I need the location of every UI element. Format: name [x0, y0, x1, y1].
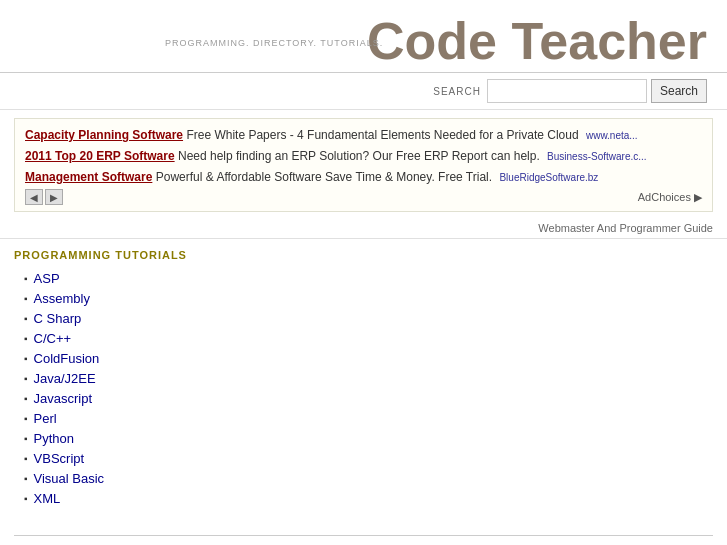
tutorial-link[interactable]: ColdFusion: [34, 351, 100, 366]
tutorial-link[interactable]: C Sharp: [34, 311, 82, 326]
header-subtitle: PROGRAMMING. DIRECTORY. TUTORIALS.: [165, 38, 383, 48]
ad-row-2: 2011 Top 20 ERP Software Need help findi…: [25, 148, 702, 165]
ad-desc-2: Need help finding an ERP Solution? Our F…: [178, 149, 540, 163]
ad-link-3[interactable]: Management Software: [25, 170, 152, 184]
tutorial-list-item: XML: [24, 491, 713, 506]
tutorial-link[interactable]: VBScript: [34, 451, 85, 466]
ad-nav-buttons: ◀ ▶: [25, 189, 63, 205]
ad-link-2[interactable]: 2011 Top 20 ERP Software: [25, 149, 175, 163]
search-bar: SEARCH Search: [0, 73, 727, 110]
search-label: SEARCH: [433, 86, 481, 97]
tutorial-list-item: Assembly: [24, 291, 713, 306]
tutorial-link[interactable]: Javascript: [34, 391, 93, 406]
tutorial-link[interactable]: Python: [34, 431, 74, 446]
tutorial-list-item: Visual Basic: [24, 471, 713, 486]
webmaster-line: Webmaster And Programmer Guide: [0, 220, 727, 239]
ad-prev-button[interactable]: ◀: [25, 189, 43, 205]
adchoices-label[interactable]: AdChoices ▶: [638, 191, 702, 204]
tutorial-list-item: Python: [24, 431, 713, 446]
search-input[interactable]: [487, 79, 647, 103]
search-button[interactable]: Search: [651, 79, 707, 103]
tutorial-list: ASPAssemblyC SharpC/C++ColdFusionJava/J2…: [14, 271, 713, 506]
tutorial-link[interactable]: C/C++: [34, 331, 72, 346]
tutorial-list-item: Javascript: [24, 391, 713, 406]
tutorials-section-label: PROGRAMMING TUTORIALS: [14, 249, 713, 261]
page-header: PROGRAMMING. DIRECTORY. TUTORIALS. Code …: [0, 0, 727, 73]
tutorial-list-item: ASP: [24, 271, 713, 286]
ad-source-2: Business-Software.c...: [547, 151, 646, 162]
tutorial-link[interactable]: Assembly: [34, 291, 90, 306]
tutorial-link[interactable]: XML: [34, 491, 61, 506]
tutorial-list-item: C/C++: [24, 331, 713, 346]
ad-nav-row: ◀ ▶ AdChoices ▶: [25, 189, 702, 205]
ad-row-1: Capacity Planning Software Free White Pa…: [25, 127, 702, 144]
tutorial-link[interactable]: ASP: [34, 271, 60, 286]
bottom-divider: [14, 535, 713, 536]
tutorial-list-item: VBScript: [24, 451, 713, 466]
tutorial-link[interactable]: Perl: [34, 411, 57, 426]
ad-source-1: www.neta...: [586, 130, 638, 141]
tutorial-link[interactable]: Java/J2EE: [34, 371, 96, 386]
tutorial-link[interactable]: Visual Basic: [34, 471, 105, 486]
main-content: PROGRAMMING TUTORIALS ASPAssemblyC Sharp…: [0, 239, 727, 521]
ad-link-1[interactable]: Capacity Planning Software: [25, 128, 183, 142]
tutorial-list-item: Java/J2EE: [24, 371, 713, 386]
ad-desc-1: Free White Papers - 4 Fundamental Elemen…: [186, 128, 578, 142]
tutorial-list-item: Perl: [24, 411, 713, 426]
ad-source-3: BlueRidgeSoftware.bz: [499, 172, 598, 183]
ad-box: Capacity Planning Software Free White Pa…: [14, 118, 713, 212]
ad-next-button[interactable]: ▶: [45, 189, 63, 205]
tutorial-list-item: C Sharp: [24, 311, 713, 326]
tutorial-list-item: ColdFusion: [24, 351, 713, 366]
ad-desc-3: Powerful & Affordable Software Save Time…: [156, 170, 492, 184]
ad-row-3: Management Software Powerful & Affordabl…: [25, 169, 702, 186]
